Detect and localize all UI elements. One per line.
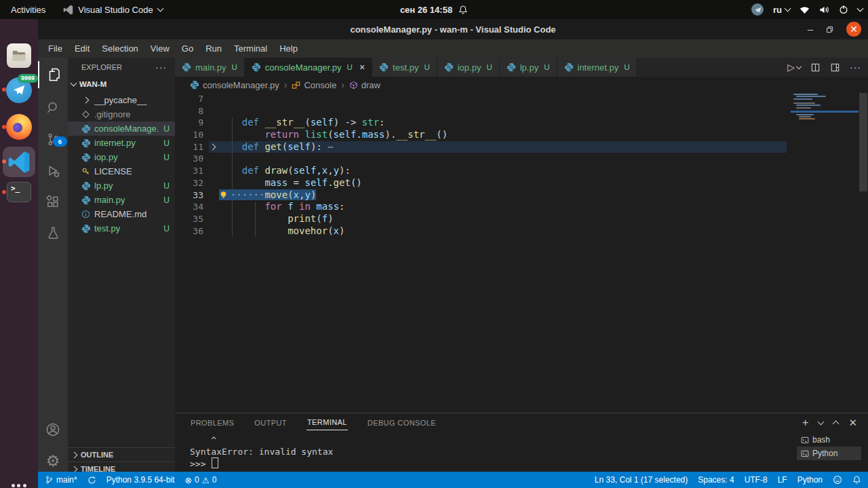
code-line[interactable]: 10 return list(self.mass).__str__(): [175, 129, 868, 141]
tab-lp.py[interactable]: lp.pyU: [500, 58, 557, 77]
terminal-dropdown-chevron-icon[interactable]: [818, 418, 825, 425]
split-editor-icon[interactable]: [810, 62, 821, 73]
panel-tab-debug-console[interactable]: DEBUG CONSOLE: [367, 415, 437, 430]
eol-indicator[interactable]: LF: [778, 475, 787, 485]
file-README.md[interactable]: README.md: [68, 207, 175, 221]
editor-scrollbar[interactable]: [859, 93, 868, 413]
breadcrumb-item-draw[interactable]: draw: [349, 80, 380, 90]
file-lp.py[interactable]: lp.pyU: [68, 179, 175, 193]
menu-view[interactable]: View: [144, 41, 176, 56]
tab-main.py[interactable]: main.pyU: [175, 58, 245, 77]
tab-test.py[interactable]: test.pyU: [372, 58, 437, 77]
panel-tab-terminal[interactable]: TERMINAL: [307, 415, 348, 430]
notifications-bell-icon[interactable]: [852, 475, 861, 485]
testing-view-icon[interactable]: [38, 219, 68, 246]
tab-consoleManager.py[interactable]: consoleManager.pyU×: [245, 58, 372, 77]
terminal-app-icon[interactable]: >_: [7, 182, 31, 202]
code-line[interactable]: 7: [175, 93, 868, 105]
terminal-session-bash[interactable]: bash: [797, 433, 861, 447]
file-internet.py[interactable]: internet.pyU: [68, 136, 175, 150]
wifi-icon[interactable]: [800, 5, 810, 14]
vscode-app-icon[interactable]: [3, 147, 35, 177]
tab-iop.py[interactable]: iop.pyU: [437, 58, 500, 77]
close-tab-icon[interactable]: ×: [359, 62, 365, 73]
code-line[interactable]: 36 movehor(x): [175, 225, 868, 238]
code-line[interactable]: 35 print(f): [175, 213, 868, 225]
code-line[interactable]: 33 ······move(x,y): [175, 189, 868, 202]
menu-run[interactable]: Run: [199, 41, 228, 56]
menu-file[interactable]: File: [42, 41, 68, 56]
files-app-icon[interactable]: [7, 43, 31, 68]
telegram-tray-icon[interactable]: [751, 3, 764, 16]
close-button[interactable]: ✕: [846, 22, 861, 37]
extensions-view-icon[interactable]: [38, 188, 68, 215]
terminal-output[interactable]: ^SyntaxError: invalid syntax>>>: [190, 434, 333, 470]
code-line[interactable]: 32 mass = self.get(): [175, 177, 868, 189]
panel-tab-problems[interactable]: PROBLEMS: [190, 415, 235, 430]
new-terminal-icon[interactable]: +: [802, 417, 808, 429]
maximize-panel-icon[interactable]: [833, 420, 840, 427]
menu-selection[interactable]: Selection: [96, 41, 144, 56]
minimize-button[interactable]: –: [808, 26, 813, 33]
clock-button[interactable]: сен 26 14:58: [400, 5, 468, 15]
code-line[interactable]: 8: [175, 105, 868, 117]
code-line[interactable]: 11 def get(self): ⋯: [175, 141, 868, 153]
code-editor[interactable]: 789 def __str__(self) -> str:10 return l…: [175, 93, 868, 413]
firefox-app-icon[interactable]: [6, 114, 32, 140]
settings-gear-icon[interactable]: ⚙: [38, 447, 68, 474]
file-.gitignore[interactable]: .gitignore: [68, 107, 175, 121]
code-line[interactable]: 31 def draw(self,x,y):: [175, 165, 868, 177]
menu-help[interactable]: Help: [273, 41, 304, 56]
run-debug-view-icon[interactable]: [38, 157, 68, 185]
editor-layout-icon[interactable]: [830, 62, 840, 73]
show-applications-button[interactable]: [10, 483, 28, 488]
run-python-file-button[interactable]: ▷: [787, 62, 801, 73]
file-__pycache__[interactable]: __pycache__: [68, 93, 175, 107]
account-icon[interactable]: [38, 416, 68, 443]
py-file-icon: [80, 223, 92, 234]
indentation-indicator[interactable]: Spaces: 4: [698, 475, 734, 485]
power-icon[interactable]: [839, 5, 848, 14]
breadcrumb-item-consolemanager.py[interactable]: consoleManager.py: [190, 80, 279, 90]
menu-edit[interactable]: Edit: [68, 41, 96, 56]
git-branch-indicator[interactable]: main*: [45, 475, 77, 485]
activities-button[interactable]: Activities: [11, 5, 45, 15]
terminal-session-Python[interactable]: Python: [797, 447, 861, 460]
file-main.py[interactable]: main.pyU: [68, 193, 175, 207]
system-menu-chevron-icon[interactable]: [857, 5, 864, 12]
volume-icon[interactable]: [819, 5, 829, 14]
outline-section[interactable]: OUTLINE: [68, 447, 175, 462]
lightbulb-icon[interactable]: [219, 191, 228, 200]
code-line[interactable]: 30: [175, 153, 868, 165]
workspace-root-folder[interactable]: WAN-M: [68, 77, 175, 92]
file-consoleManage...[interactable]: consoleManage...U: [68, 121, 175, 136]
menu-go[interactable]: Go: [176, 41, 199, 56]
language-mode-indicator[interactable]: Python: [797, 475, 823, 485]
panel-tab-output[interactable]: OUTPUT: [254, 415, 288, 430]
close-panel-icon[interactable]: ✕: [848, 417, 857, 429]
sync-changes-icon[interactable]: [87, 476, 96, 485]
fold-chevron-icon[interactable]: [206, 141, 218, 153]
restore-button[interactable]: [825, 25, 834, 34]
minimap[interactable]: [791, 93, 859, 413]
python-interpreter-indicator[interactable]: Python 3.9.5 64-bit: [106, 475, 175, 485]
app-menu-button[interactable]: Visual Studio Code: [63, 5, 162, 15]
explorer-more-actions-icon[interactable]: ···: [155, 62, 167, 73]
code-line[interactable]: 9 def __str__(self) -> str:: [175, 117, 868, 129]
menu-terminal[interactable]: Terminal: [228, 41, 273, 56]
explorer-view-icon[interactable]: [38, 61, 68, 88]
more-actions-icon[interactable]: ···: [850, 62, 861, 73]
scrollbar-thumb[interactable]: [859, 93, 867, 191]
keyboard-layout-indicator[interactable]: ru: [773, 5, 790, 15]
cursor-position-indicator[interactable]: Ln 33, Col 1 (17 selected): [595, 475, 688, 485]
code-line[interactable]: 34 for f in mass:: [175, 201, 868, 213]
search-view-icon[interactable]: [38, 94, 68, 121]
tab-internet.py[interactable]: internet.pyU: [557, 58, 637, 77]
file-iop.py[interactable]: iop.pyU: [68, 150, 175, 164]
file-test.py[interactable]: test.pyU: [68, 221, 175, 236]
feedback-smiley-icon[interactable]: [833, 475, 842, 485]
breadcrumb-item-console[interactable]: Console: [292, 80, 336, 90]
problems-indicator[interactable]: ⊗ 0 ⚠ 0: [184, 475, 216, 485]
encoding-indicator[interactable]: UTF-8: [745, 475, 768, 485]
file-LICENSE[interactable]: LICENSE: [68, 164, 175, 179]
